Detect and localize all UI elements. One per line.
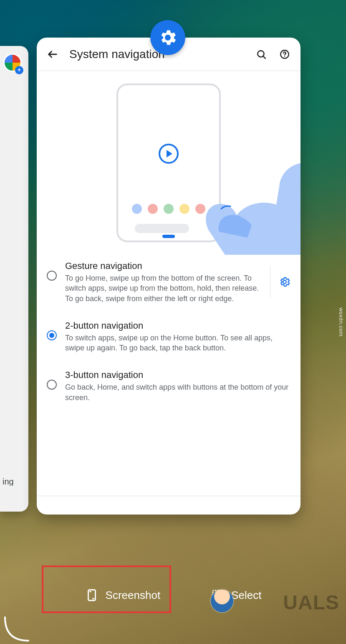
svg-point-2 bbox=[284, 56, 285, 57]
dot-icon bbox=[132, 204, 142, 214]
svg-point-3 bbox=[283, 281, 286, 284]
svg-rect-4 bbox=[88, 590, 95, 601]
option-3-button-navigation[interactable]: 3-button navigation Go back, Home, and s… bbox=[47, 361, 290, 411]
option-description: To switch apps, swipe up on the Home but… bbox=[65, 333, 290, 353]
option-description: To go Home, swipe up from the bottom of … bbox=[65, 273, 259, 304]
hand-illustration bbox=[154, 146, 301, 255]
option-title: 3-button navigation bbox=[65, 370, 290, 380]
radio-button-selected[interactable] bbox=[47, 330, 57, 340]
help-icon bbox=[279, 49, 290, 60]
screenshot-label: Screenshot bbox=[106, 589, 161, 602]
select-label: Select bbox=[231, 589, 261, 602]
back-button[interactable] bbox=[43, 44, 63, 64]
option-gesture-navigation[interactable]: Gesture navigation To go Home, swipe up … bbox=[47, 252, 290, 312]
screenshot-button[interactable]: Screenshot bbox=[85, 588, 161, 602]
recent-app-card-left[interactable]: ing bbox=[0, 46, 28, 512]
option-title: 2-button navigation bbox=[65, 320, 290, 331]
radio-button[interactable] bbox=[47, 271, 57, 281]
option-description: Go back, Home, and switch apps with butt… bbox=[65, 382, 290, 403]
gear-icon bbox=[279, 276, 290, 288]
upload-badge-icon bbox=[15, 66, 23, 74]
navigation-options-list: Gesture navigation To go Home, swipe up … bbox=[37, 251, 301, 411]
option-2-button-navigation[interactable]: 2-button navigation To switch apps, swip… bbox=[47, 312, 290, 362]
settings-app-icon bbox=[150, 20, 185, 55]
watermark-text: UALS bbox=[283, 591, 339, 614]
left-card-partial-label: ing bbox=[3, 477, 26, 486]
help-button[interactable] bbox=[275, 44, 295, 64]
search-button[interactable] bbox=[251, 44, 271, 64]
search-icon bbox=[256, 49, 267, 60]
option-settings-button[interactable] bbox=[270, 265, 290, 299]
recent-app-card-settings[interactable]: System navigation bbox=[37, 38, 301, 515]
source-watermark: wsxdn.com bbox=[338, 307, 344, 337]
navigation-preview bbox=[37, 71, 301, 251]
screenshot-icon bbox=[85, 588, 99, 602]
arrow-left-icon bbox=[47, 48, 58, 60]
option-title: Gesture navigation bbox=[65, 261, 259, 271]
watermark-avatar-icon bbox=[211, 590, 233, 612]
radio-button[interactable] bbox=[47, 380, 57, 390]
home-gesture-indicator bbox=[4, 616, 29, 641]
divider bbox=[37, 496, 301, 496]
